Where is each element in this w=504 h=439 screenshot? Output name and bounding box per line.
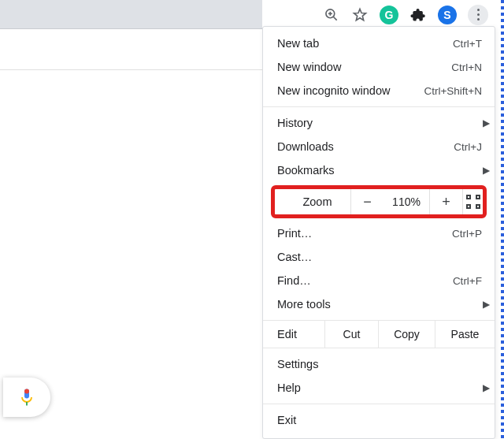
menu-item-downloads[interactable]: Downloads Ctrl+J xyxy=(263,135,495,158)
menu-item-find[interactable]: Find… Ctrl+F xyxy=(263,269,495,292)
menu-item-more-tools[interactable]: More tools ▶ xyxy=(263,292,495,316)
chevron-right-icon: ▶ xyxy=(483,158,490,182)
menu-shortcut: Ctrl+F xyxy=(453,275,482,287)
svg-line-1 xyxy=(334,17,337,20)
chevron-right-icon: ▶ xyxy=(483,376,490,400)
menu-label: New incognito window xyxy=(277,84,424,97)
menu-item-cast[interactable]: Cast… xyxy=(263,245,495,269)
menu-shortcut: Ctrl+Shift+N xyxy=(424,85,482,97)
menu-item-new-tab[interactable]: New tab Ctrl+T xyxy=(263,32,495,55)
annotation-border xyxy=(501,0,504,439)
zoom-value: 110% xyxy=(384,189,429,214)
chrome-menu-button[interactable] xyxy=(468,5,488,25)
zoom-in-button[interactable]: + xyxy=(429,189,462,214)
browser-toolbar xyxy=(0,29,262,70)
zoom-in-icon[interactable] xyxy=(323,6,340,24)
menu-separator xyxy=(263,404,495,404)
menu-label: Cast… xyxy=(277,251,482,263)
menu-item-bookmarks[interactable]: Bookmarks ▶ xyxy=(263,158,495,182)
edit-copy-button[interactable]: Copy xyxy=(378,321,435,348)
menu-shortcut: Ctrl+N xyxy=(451,61,482,73)
edit-label: Edit xyxy=(263,321,324,348)
menu-item-new-window[interactable]: New window Ctrl+N xyxy=(263,55,495,79)
fullscreen-button[interactable] xyxy=(462,189,483,214)
menu-label: More tools xyxy=(277,298,482,311)
profile-avatar[interactable]: S xyxy=(438,6,457,24)
svg-rect-6 xyxy=(24,389,29,394)
voice-search-button[interactable] xyxy=(3,378,50,417)
zoom-out-button[interactable]: − xyxy=(350,189,384,214)
menu-item-history[interactable]: History ▶ xyxy=(263,111,495,135)
edit-paste-button[interactable]: Paste xyxy=(435,321,495,348)
menu-shortcut: Ctrl+P xyxy=(452,228,482,240)
menu-shortcut: Ctrl+J xyxy=(454,141,482,153)
menu-item-help[interactable]: Help ▶ xyxy=(263,376,495,400)
extensions-icon[interactable] xyxy=(410,6,427,24)
menu-separator xyxy=(263,106,495,107)
menu-item-new-incognito[interactable]: New incognito window Ctrl+Shift+N xyxy=(263,79,495,102)
menu-item-edit: Edit Cut Copy Paste xyxy=(263,320,495,348)
chevron-right-icon: ▶ xyxy=(483,111,490,135)
menu-label: History xyxy=(277,117,482,129)
svg-marker-4 xyxy=(354,9,366,20)
zoom-label: Zoom xyxy=(275,189,350,214)
edit-cut-button[interactable]: Cut xyxy=(324,321,378,348)
grammarly-extension-icon[interactable]: G xyxy=(380,6,398,24)
menu-label: Exit xyxy=(277,414,482,426)
menu-item-print[interactable]: Print… Ctrl+P xyxy=(263,221,495,245)
menu-label: New tab xyxy=(277,37,453,50)
menu-label: New window xyxy=(277,61,451,73)
menu-item-exit[interactable]: Exit xyxy=(263,408,495,432)
menu-shortcut: Ctrl+T xyxy=(453,38,482,50)
menu-label: Print… xyxy=(277,227,452,240)
microphone-icon xyxy=(20,388,34,407)
menu-label: Bookmarks xyxy=(277,164,482,177)
chevron-right-icon: ▶ xyxy=(483,292,490,316)
menu-label: Settings xyxy=(277,358,482,370)
bookmark-star-icon[interactable] xyxy=(351,6,369,24)
browser-tab-strip xyxy=(0,0,262,29)
menu-item-zoom: Zoom − 110% + xyxy=(271,185,487,218)
menu-label: Find… xyxy=(277,274,453,287)
toolbar-right-icons: G S xyxy=(320,0,493,29)
menu-item-settings[interactable]: Settings xyxy=(263,352,495,376)
fullscreen-icon xyxy=(466,195,480,209)
menu-label: Help xyxy=(277,381,482,394)
menu-label: Downloads xyxy=(277,140,454,153)
chrome-menu: New tab Ctrl+T New window Ctrl+N New inc… xyxy=(262,26,495,439)
